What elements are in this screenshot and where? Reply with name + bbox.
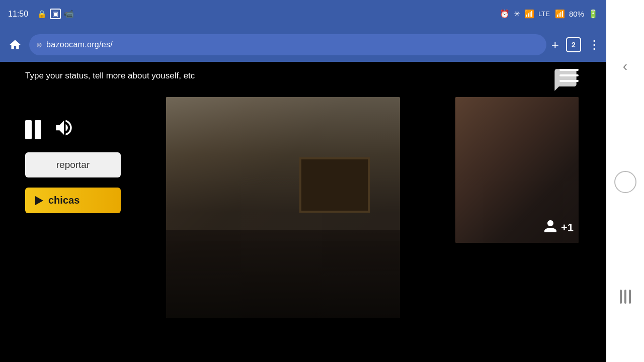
battery-text: 80%: [569, 10, 584, 18]
url-bar[interactable]: ⊛ bazoocam.org/es/: [29, 34, 546, 55]
signal-icon: LTE: [538, 10, 550, 18]
main-video-inner: [166, 97, 400, 318]
camera-icon: 📹: [64, 9, 74, 19]
right-panel: ‹: [606, 0, 644, 362]
main-video: [166, 97, 400, 318]
media-controls: [25, 117, 121, 142]
tab-count-badge[interactable]: 2: [566, 37, 581, 52]
bluetooth-icon: ✳: [514, 9, 520, 19]
viewer-count: +1: [561, 221, 574, 234]
home-button[interactable]: [6, 36, 24, 54]
status-icons: 🔒 ▣ 📹: [37, 9, 74, 19]
main-content: 11:50 🔒 ▣ 📹 ⏰ ✳ 📶 LTE 📶 80% 🔋: [0, 0, 606, 362]
chat-bubble-icon[interactable]: [552, 67, 579, 98]
wifi-icon: 📶: [524, 9, 534, 19]
viewer-badge: +1: [543, 219, 574, 237]
viewer-icon: [543, 219, 558, 237]
status-bar-right: ⏰ ✳ 📶 LTE 📶 80% 🔋: [500, 9, 598, 19]
status-bar-left: 11:50 🔒 ▣ 📹: [8, 9, 74, 19]
circle-button[interactable]: [614, 171, 636, 193]
time-display: 11:50: [8, 10, 28, 19]
bars-icon: [620, 290, 631, 304]
controls-area: reportar chicas: [25, 117, 121, 213]
battery-icon: 🔋: [588, 9, 598, 19]
browser-bar: ⊛ bazoocam.org/es/ + 2 ⋮: [0, 28, 606, 62]
report-button[interactable]: reportar: [25, 152, 121, 177]
back-chevron-icon[interactable]: ‹: [623, 58, 627, 74]
new-tab-button[interactable]: +: [551, 37, 559, 53]
browser-actions: + 2 ⋮: [551, 37, 600, 53]
chicas-button[interactable]: chicas: [25, 188, 121, 213]
screen-record-icon: ▣: [50, 9, 61, 19]
thumb-video: +1: [455, 97, 579, 243]
pause-icon: [25, 120, 41, 139]
alarm-icon: ⏰: [500, 9, 510, 19]
url-text: bazoocam.org/es/: [46, 40, 113, 49]
page-area: Type your status, tell more about yousel…: [0, 62, 606, 362]
pause-button[interactable]: [25, 120, 41, 139]
url-security-icon: ⊛: [36, 41, 42, 49]
menu-dots-button[interactable]: ⋮: [588, 38, 600, 52]
status-text: Type your status, tell more about yousel…: [25, 71, 195, 81]
lock-icon: 🔒: [37, 10, 47, 19]
room-floor: [166, 230, 400, 318]
play-triangle-icon: [35, 196, 43, 205]
volume-icon[interactable]: [53, 117, 74, 142]
room-picture: [299, 157, 370, 213]
signal-bars-icon: 📶: [555, 9, 565, 19]
status-bar: 11:50 🔒 ▣ 📹 ⏰ ✳ 📶 LTE 📶 80% 🔋: [0, 0, 606, 28]
tab-count: 2: [572, 41, 576, 49]
chicas-label: chicas: [48, 195, 79, 206]
